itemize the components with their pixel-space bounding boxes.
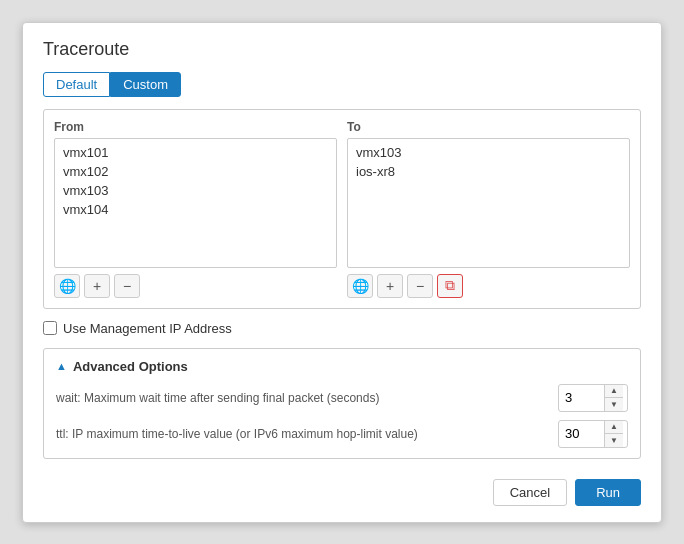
to-remove-button[interactable]: − bbox=[407, 274, 433, 298]
to-copy-button[interactable]: ⧉ bbox=[437, 274, 463, 298]
ttl-input[interactable] bbox=[559, 423, 604, 444]
wait-down-button[interactable]: ▼ bbox=[605, 398, 623, 411]
to-add-button[interactable]: + bbox=[377, 274, 403, 298]
ttl-spinbox: ▲ ▼ bbox=[558, 420, 628, 448]
list-item[interactable]: vmx103 bbox=[59, 181, 332, 200]
management-ip-checkbox[interactable] bbox=[43, 321, 57, 335]
advanced-header: ▲ Advanced Options bbox=[56, 359, 628, 374]
to-listbox[interactable]: vmx103 ios-xr8 bbox=[347, 138, 630, 268]
tab-custom[interactable]: Custom bbox=[110, 72, 181, 97]
wait-input[interactable] bbox=[559, 387, 604, 408]
list-item[interactable]: vmx101 bbox=[59, 143, 332, 162]
wait-arrows: ▲ ▼ bbox=[604, 385, 623, 411]
ttl-label: ttl: IP maximum time-to-live value (or I… bbox=[56, 427, 558, 441]
advanced-title: Advanced Options bbox=[73, 359, 188, 374]
cancel-button[interactable]: Cancel bbox=[493, 479, 567, 506]
traceroute-dialog: Traceroute Default Custom From vmx101 vm… bbox=[22, 22, 662, 523]
dialog-footer: Cancel Run bbox=[43, 475, 641, 506]
ttl-up-button[interactable]: ▲ bbox=[605, 421, 623, 434]
tab-group: Default Custom bbox=[43, 72, 641, 97]
advanced-section: ▲ Advanced Options wait: Maximum wait ti… bbox=[43, 348, 641, 459]
ttl-arrows: ▲ ▼ bbox=[604, 421, 623, 447]
from-remove-button[interactable]: − bbox=[114, 274, 140, 298]
from-toolbar: 🌐 + − bbox=[54, 274, 337, 298]
list-item[interactable]: vmx103 bbox=[352, 143, 625, 162]
from-panel: From vmx101 vmx102 vmx103 vmx104 🌐 + − bbox=[54, 120, 337, 298]
list-item[interactable]: ios-xr8 bbox=[352, 162, 625, 181]
from-globe-button[interactable]: 🌐 bbox=[54, 274, 80, 298]
from-to-section: From vmx101 vmx102 vmx103 vmx104 🌐 + − T… bbox=[43, 109, 641, 309]
from-listbox[interactable]: vmx101 vmx102 vmx103 vmx104 bbox=[54, 138, 337, 268]
management-ip-label: Use Management IP Address bbox=[63, 321, 232, 336]
to-globe-button[interactable]: 🌐 bbox=[347, 274, 373, 298]
from-label: From bbox=[54, 120, 337, 134]
from-to-row: From vmx101 vmx102 vmx103 vmx104 🌐 + − T… bbox=[54, 120, 630, 298]
list-item[interactable]: vmx104 bbox=[59, 200, 332, 219]
wait-up-button[interactable]: ▲ bbox=[605, 385, 623, 398]
collapse-icon[interactable]: ▲ bbox=[56, 360, 67, 372]
to-toolbar: 🌐 + − ⧉ bbox=[347, 274, 630, 298]
run-button[interactable]: Run bbox=[575, 479, 641, 506]
wait-label: wait: Maximum wait time after sending fi… bbox=[56, 391, 558, 405]
ttl-down-button[interactable]: ▼ bbox=[605, 434, 623, 447]
to-label: To bbox=[347, 120, 630, 134]
wait-row: wait: Maximum wait time after sending fi… bbox=[56, 384, 628, 412]
tab-default[interactable]: Default bbox=[43, 72, 110, 97]
wait-spinbox: ▲ ▼ bbox=[558, 384, 628, 412]
management-ip-row: Use Management IP Address bbox=[43, 321, 641, 336]
to-panel: To vmx103 ios-xr8 🌐 + − ⧉ bbox=[347, 120, 630, 298]
ttl-row: ttl: IP maximum time-to-live value (or I… bbox=[56, 420, 628, 448]
list-item[interactable]: vmx102 bbox=[59, 162, 332, 181]
from-add-button[interactable]: + bbox=[84, 274, 110, 298]
dialog-title: Traceroute bbox=[43, 39, 641, 60]
